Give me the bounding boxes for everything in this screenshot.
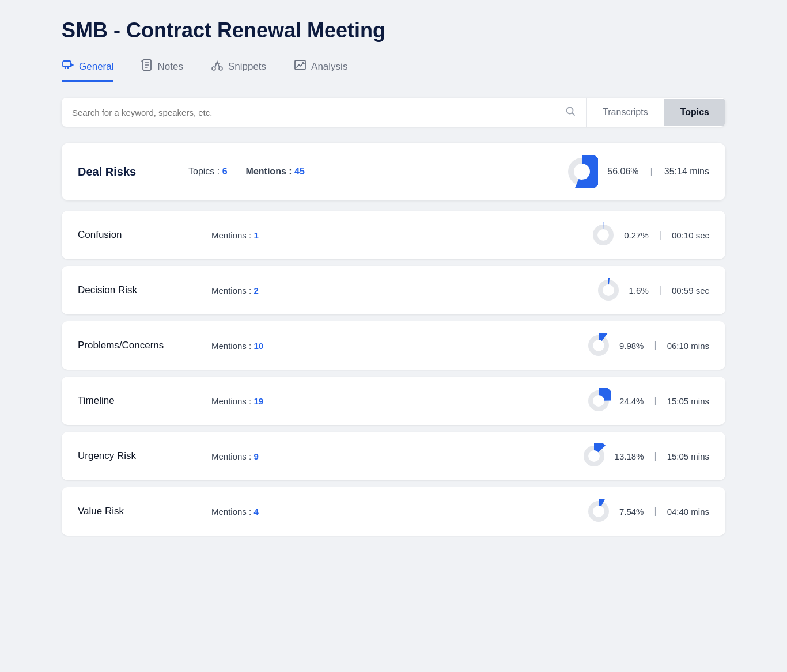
topic-row: Timeline Mentions : 19 24.4% | 15:05 min… (62, 377, 725, 425)
svg-point-4 (212, 67, 215, 70)
svg-point-1 (65, 67, 66, 69)
topic-percent: 9.98% (619, 341, 644, 351)
topic-pie (581, 443, 607, 469)
deal-risks-percent: 56.06% (607, 166, 638, 177)
svg-point-5 (219, 67, 222, 70)
svg-rect-0 (63, 61, 71, 67)
topic-mentions: Mentions : 19 (211, 396, 263, 406)
topic-percent: 7.54% (619, 507, 644, 517)
deal-risks-mentions-count: Mentions : 45 (246, 166, 305, 177)
svg-point-16 (603, 284, 614, 296)
tab-notes-label: Notes (157, 61, 183, 73)
svg-point-10 (574, 164, 590, 180)
topic-percent: 1.6% (629, 286, 649, 295)
topic-pie (591, 222, 616, 248)
topic-name: Confusion (78, 229, 193, 241)
tabs-bar: General Notes Snippets (62, 59, 725, 82)
topic-percent: 13.18% (615, 451, 644, 461)
topic-stats: 7.54% | 04:40 mins (586, 499, 709, 524)
topic-stats: 9.98% | 06:10 mins (586, 333, 709, 358)
tab-analysis[interactable]: Analysis (294, 59, 347, 82)
svg-point-13 (597, 229, 609, 241)
topic-row: Decision Risk Mentions : 2 1.6% | 00:59 … (62, 266, 725, 314)
topic-pie (586, 499, 611, 524)
tab-general-label: General (79, 61, 113, 73)
topic-time: 00:10 sec (672, 230, 709, 240)
transcripts-button[interactable]: Transcripts (587, 99, 664, 126)
topic-mentions: Mentions : 1 (211, 230, 259, 240)
search-wrapper (62, 98, 587, 127)
topic-time: 04:40 mins (667, 507, 709, 517)
deal-risks-pie (566, 155, 598, 188)
topic-stats: 0.27% | 00:10 sec (591, 222, 709, 248)
tab-general[interactable]: General (62, 59, 113, 82)
deal-risks-title: Deal Risks (78, 165, 170, 179)
topics-button[interactable]: Topics (664, 99, 725, 126)
topic-percent: 0.27% (624, 230, 649, 240)
topic-stats: 1.6% | 00:59 sec (596, 278, 709, 303)
tab-snippets-label: Snippets (228, 61, 266, 73)
deal-risks-topics-count: Topics : 6 (188, 166, 228, 177)
topic-row: Confusion Mentions : 1 0.27% | 00:10 sec (62, 211, 725, 259)
topic-stats: 13.18% | 15:05 mins (581, 443, 709, 469)
deal-risks-stats: 56.06% | 35:14 mins (566, 155, 709, 188)
tab-snippets[interactable]: Snippets (211, 59, 266, 82)
deal-risks-time: 35:14 mins (664, 166, 709, 177)
page-title: SMB - Contract Renewal Meeting (62, 18, 725, 43)
topic-row: Value Risk Mentions : 4 7.54% | 04:40 mi… (62, 487, 725, 536)
svg-point-19 (593, 340, 604, 351)
snippets-icon (211, 59, 224, 74)
topic-mentions: Mentions : 9 (211, 451, 259, 461)
topic-time: 00:59 sec (672, 286, 709, 295)
deal-risks-card: Deal Risks Topics : 6 Mentions : 45 56.0… (62, 143, 725, 200)
topic-name: Decision Risk (78, 284, 193, 296)
topic-pie (596, 278, 621, 303)
topic-stats: 24.4% | 15:05 mins (586, 388, 709, 413)
svg-point-2 (67, 67, 69, 69)
search-toggle-bar: Transcripts Topics (62, 98, 725, 127)
svg-point-7 (567, 108, 573, 114)
svg-point-28 (593, 506, 604, 517)
general-icon (62, 59, 74, 74)
topic-pie (586, 388, 611, 413)
search-icon (565, 106, 576, 119)
topic-pie (586, 333, 611, 358)
topic-time: 15:05 mins (667, 396, 709, 406)
notes-icon (141, 59, 153, 74)
toggle-group: Transcripts Topics (587, 99, 725, 126)
topic-time: 06:10 mins (667, 341, 709, 351)
topic-row: Problems/Concerns Mentions : 10 9.98% | … (62, 321, 725, 370)
topic-name: Problems/Concerns (78, 340, 193, 351)
topic-mentions: Mentions : 10 (211, 341, 263, 351)
svg-point-22 (593, 395, 604, 407)
topic-name: Value Risk (78, 506, 193, 517)
tab-notes[interactable]: Notes (141, 59, 183, 82)
analysis-icon (294, 59, 307, 74)
svg-point-25 (588, 450, 600, 462)
topic-name: Timeline (78, 395, 193, 407)
topic-mentions: Mentions : 2 (211, 286, 259, 295)
topic-percent: 24.4% (619, 396, 644, 406)
topic-time: 15:05 mins (667, 451, 709, 461)
topics-list: Confusion Mentions : 1 0.27% | 00:10 sec… (62, 211, 725, 536)
search-input[interactable] (72, 108, 559, 117)
tab-analysis-label: Analysis (311, 61, 347, 73)
topic-name: Urgency Risk (78, 450, 193, 462)
topic-row: Urgency Risk Mentions : 9 13.18% | 15:05… (62, 432, 725, 480)
topic-mentions: Mentions : 4 (211, 507, 259, 517)
